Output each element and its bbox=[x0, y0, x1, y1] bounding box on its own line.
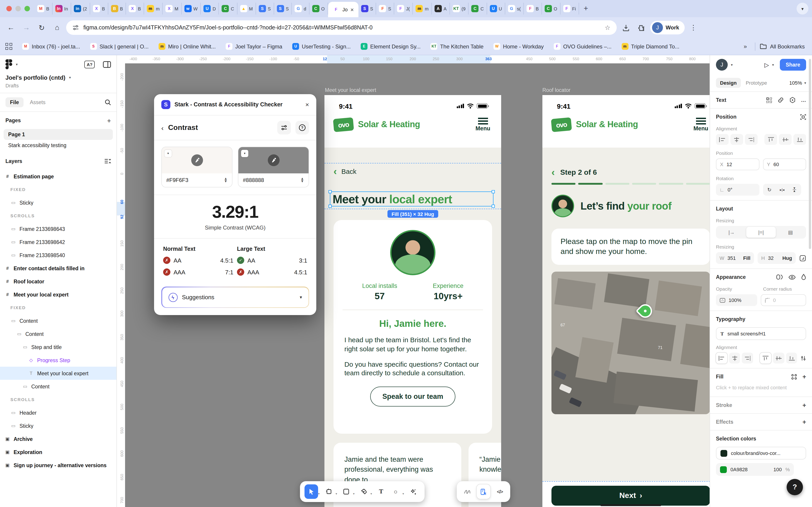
add-fill-button[interactable]: + bbox=[803, 373, 806, 380]
layer-row[interactable]: # Meet your local expert bbox=[0, 288, 116, 301]
browser-tab-active[interactable]: F Jo × bbox=[328, 2, 358, 17]
home-icon[interactable]: ⌂ bbox=[51, 21, 63, 34]
resize-hug-option[interactable]: ▤ bbox=[776, 227, 805, 238]
x-position-field[interactable]: X12 bbox=[716, 159, 759, 170]
dev-mode-code-tool[interactable]: </> bbox=[493, 484, 507, 499]
browser-tab[interactable]: F S bbox=[376, 3, 394, 14]
bookmark-item[interactable]: W Home - Workday bbox=[489, 41, 548, 52]
actions-ai-tool[interactable] bbox=[406, 484, 420, 499]
next-button[interactable]: Next› bbox=[551, 486, 710, 506]
browser-tab[interactable]: X M bbox=[163, 3, 182, 14]
eyedropper-icon[interactable] bbox=[267, 154, 280, 166]
close-icon[interactable]: × bbox=[305, 101, 309, 108]
layer-row[interactable]: ▭ Sticky bbox=[0, 196, 116, 209]
browser-tab[interactable]: in (2 bbox=[71, 3, 90, 14]
bookmark-item[interactable]: M Inbox (76) - joel.ta... bbox=[18, 41, 84, 52]
layer-row[interactable]: ▣ Archive bbox=[0, 432, 116, 445]
apps-grid-icon[interactable] bbox=[5, 43, 13, 50]
all-bookmarks-button[interactable]: All Bookmarks bbox=[760, 43, 807, 50]
page-item[interactable]: Stark accessibility testing bbox=[4, 140, 113, 151]
hex-value[interactable]: #888888 bbox=[243, 177, 264, 183]
share-button[interactable]: Share bbox=[780, 59, 806, 71]
styles-icon[interactable] bbox=[776, 274, 783, 280]
forward-icon[interactable]: → bbox=[20, 21, 33, 34]
browser-tab[interactable]: B B bbox=[108, 3, 126, 14]
user-avatar[interactable]: J bbox=[716, 59, 728, 71]
browser-tab[interactable]: m m bbox=[413, 3, 432, 14]
suggestions-expander[interactable]: ϟ Suggestions ▾ bbox=[162, 287, 308, 307]
dev-measure-tool[interactable] bbox=[477, 484, 490, 499]
browser-tab[interactable]: F Fi bbox=[560, 3, 579, 14]
layers-options-icon[interactable] bbox=[104, 159, 111, 164]
align-bottom-button[interactable] bbox=[794, 134, 806, 145]
hex-value[interactable]: #F9F6F3 bbox=[166, 177, 188, 183]
bookmark-star-icon[interactable]: ☆ bbox=[605, 24, 610, 31]
bookmark-item[interactable]: F Joel Taylor – Figma bbox=[221, 41, 286, 52]
browser-tab[interactable]: S S bbox=[274, 3, 292, 14]
stepper-icon[interactable]: ▲▼ bbox=[300, 177, 304, 183]
extensions-puzzle-icon[interactable] bbox=[635, 21, 648, 34]
foreground-color-card[interactable]: ▾ #F9F6F3 ▲▼ bbox=[161, 147, 233, 187]
chevron-down-icon[interactable]: ▾ bbox=[336, 492, 337, 496]
browser-tab[interactable]: G d bbox=[292, 3, 309, 14]
layer-row[interactable]: ▭ Content bbox=[0, 314, 116, 327]
browser-tab[interactable]: KT (9 bbox=[450, 3, 469, 14]
browser-tab[interactable]: C C bbox=[219, 3, 237, 14]
frame-label-roof-locator[interactable]: Roof locator bbox=[542, 88, 570, 93]
flip-vertical-button[interactable]: ▸|◂ bbox=[789, 183, 801, 196]
background-color-card[interactable]: ▾ #888888 ▲▼ bbox=[238, 147, 309, 187]
window-control-button[interactable] bbox=[24, 6, 30, 11]
window-control-button[interactable] bbox=[6, 6, 12, 11]
browser-tab[interactable]: X B bbox=[90, 3, 108, 14]
step-back-link[interactable]: ‹ Step 2 of 6 bbox=[542, 148, 710, 176]
align-v-center-button[interactable] bbox=[779, 134, 792, 145]
flip-horizontal-button[interactable]: ▸|◂ bbox=[776, 184, 789, 195]
layer-row[interactable]: ▭ Frame 2133698643 bbox=[0, 222, 116, 235]
resize-fixed-option[interactable]: |→ bbox=[717, 227, 746, 238]
chevron-down-icon[interactable]: ▾ bbox=[353, 492, 355, 496]
ellipse-tool[interactable]: ○ bbox=[389, 484, 402, 499]
selection-box[interactable] bbox=[330, 191, 494, 207]
layer-row[interactable]: ▭ Content bbox=[0, 327, 116, 340]
layer-row[interactable]: ▭ Frame 2133698540 bbox=[0, 248, 116, 262]
layer-row[interactable]: ▭ Frame 2133698642 bbox=[0, 235, 116, 248]
text-align-left-button[interactable] bbox=[716, 353, 727, 363]
add-effect-button[interactable]: + bbox=[803, 418, 806, 426]
chevron-down-icon[interactable]: ▾ bbox=[370, 492, 372, 496]
speak-to-team-button[interactable]: Speak to our team bbox=[370, 387, 456, 406]
bookmark-item[interactable]: U UserTesting - Sign... bbox=[288, 41, 355, 52]
page-item[interactable]: Page 1 bbox=[4, 129, 113, 140]
aerial-map[interactable]: 67 71 bbox=[551, 272, 710, 414]
browser-tab[interactable]: S S bbox=[358, 3, 376, 14]
rotation-field[interactable]: ∟0° bbox=[716, 184, 759, 195]
layer-row[interactable]: # Estimation page bbox=[0, 170, 116, 183]
layer-row[interactable]: FIXED bbox=[0, 301, 116, 314]
layer-row[interactable]: # Roof locator bbox=[0, 275, 116, 288]
text-align-center-button[interactable] bbox=[729, 353, 740, 363]
tab-close-icon[interactable]: × bbox=[350, 6, 354, 13]
chevron-down-icon[interactable]: ▾ bbox=[164, 150, 172, 157]
layer-row[interactable]: ▭ Header bbox=[0, 406, 116, 419]
figma-canvas[interactable]: Meet your local expert 9:41 ovo Solar & … bbox=[117, 55, 710, 507]
save-share-icon[interactable] bbox=[619, 21, 632, 34]
layer-row[interactable]: ◇ Progress Step bbox=[0, 353, 116, 367]
toggle-sidebar-icon[interactable] bbox=[103, 61, 111, 68]
file-name[interactable]: Joel's portfolio (cntd) ▾ bbox=[0, 73, 116, 81]
back-chevron-icon[interactable]: ‹ bbox=[161, 124, 164, 131]
menu-button[interactable]: Menu bbox=[694, 118, 708, 131]
contrast-settings-button[interactable] bbox=[277, 121, 291, 134]
corner-radius-field[interactable]: 0 bbox=[761, 294, 806, 306]
reload-icon[interactable]: ↻ bbox=[35, 21, 48, 34]
bookmark-item[interactable]: KT The Kitchen Table bbox=[426, 41, 488, 52]
browser-tab[interactable]: m m bbox=[144, 3, 163, 14]
browser-tab[interactable]: F B bbox=[524, 3, 542, 14]
browser-tab[interactable]: ▲ M bbox=[237, 3, 256, 14]
tab-search-chevron[interactable]: ▾ bbox=[797, 3, 808, 14]
address-bar[interactable]: figma.com/design/b7u7wI4TFKYhhsOAnZY5Fm/… bbox=[66, 20, 617, 35]
text-align-top-button[interactable] bbox=[760, 353, 771, 363]
tab-file[interactable]: File bbox=[5, 97, 23, 107]
browser-tab[interactable]: w W bbox=[182, 3, 201, 14]
browser-tab[interactable]: S S bbox=[256, 3, 274, 14]
fill-styles-icon[interactable] bbox=[791, 374, 797, 380]
browser-tab[interactable]: M B bbox=[35, 3, 52, 14]
